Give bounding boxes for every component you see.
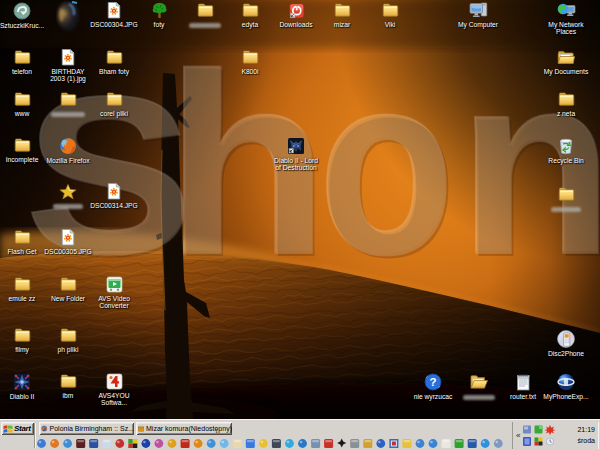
svg-text:o: o [318,20,454,307]
svg-text:?: ? [429,376,436,388]
